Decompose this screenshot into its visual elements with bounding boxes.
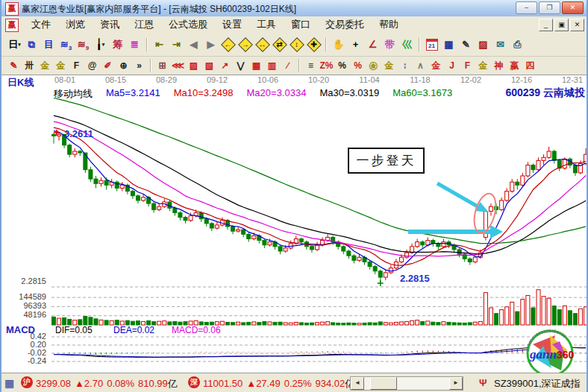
shenzhen-market-icon: 深 <box>188 376 200 388</box>
wave-ab-icon[interactable]: ∧ <box>413 59 428 73</box>
sh-index: 3299.08 <box>36 378 71 389</box>
first-page-icon[interactable]: ⇤ <box>151 37 167 52</box>
save-icon[interactable]: ▨ <box>475 37 491 52</box>
scroll-right-button[interactable]: ► <box>449 377 463 390</box>
column-grid-icon[interactable]: ▥ <box>265 59 279 73</box>
application-window: 赢 赢家江恩专业版[赢家内部服务平台] - [云南城投 SH600239-102… <box>0 0 588 392</box>
indicator-overlay-icon[interactable]: ⧉ <box>24 37 40 52</box>
volume-profile-icon[interactable]: ≣ <box>127 37 143 52</box>
expand-all-icon[interactable]: ✚ <box>306 37 322 52</box>
menu-item-8[interactable]: 交易委托 <box>318 16 372 33</box>
zoom-out-h-icon[interactable]: ↔ <box>254 37 270 52</box>
sz-pct: 0.25% <box>284 378 312 389</box>
menu-item-9[interactable]: 帮助 <box>372 16 406 33</box>
si-angle-icon[interactable]: 四 <box>523 59 537 73</box>
menu-item-2[interactable]: 资讯 <box>93 16 127 33</box>
sh-amount-unit: 亿 <box>168 378 178 389</box>
wave-9-icon[interactable]: ≋9 <box>75 37 91 52</box>
shenzhen-index-quote: 11001.50▲27.490.25%934.02亿 <box>203 377 354 391</box>
gold-angle-icon[interactable]: 金 <box>429 59 443 73</box>
menu-items: 文件浏览资讯江恩公式选股设置工具窗口交易委托帮助 <box>24 16 406 33</box>
gann-box-fan-icon[interactable]: ▨ <box>187 59 201 73</box>
quote-table-icon[interactable]: ▦ <box>4 377 14 389</box>
next-bar-icon[interactable]: ▶ <box>203 37 219 52</box>
shift-left-icon[interactable]: ← <box>220 37 236 52</box>
menu-item-7[interactable]: 窗口 <box>284 16 318 33</box>
calculator-icon[interactable]: ▦ <box>441 37 457 52</box>
menu-item-5[interactable]: 设置 <box>215 16 249 33</box>
menu-logo-icon: 赢 <box>5 19 19 32</box>
pen-measure-icon[interactable]: ✐ <box>101 59 115 73</box>
candle-marker-icon[interactable]: ↕ <box>398 59 412 73</box>
percent-zone-icon[interactable]: Z% <box>319 59 334 73</box>
shanghai-index-quote: 3299.08▲2.700.08%810.99亿 <box>36 377 178 391</box>
toolbar-gann-tools: ✎卅金金F@✐⊕»⊞⋘▨▧↗⋁▦▥∕≡Z%%%㊎金↕∧金JF金神嬴四 <box>1 57 587 75</box>
info-panel-icon[interactable]: 目 <box>41 37 57 52</box>
current-index-label[interactable]: SZ399001,深证成指 <box>494 377 581 391</box>
menu-item-6[interactable]: 工具 <box>249 16 284 33</box>
scrollbar-thumb[interactable] <box>370 377 397 390</box>
window-title: 赢家江恩专业版[赢家内部服务平台] - [云南城投 SH600239-102日K… <box>22 3 296 16</box>
price-ladder-icon[interactable]: ≡ <box>304 59 318 73</box>
ruler-bars-icon[interactable]: 卅 <box>22 59 37 73</box>
box-ruler-icon[interactable]: ⊞ <box>155 59 169 73</box>
window-maximize-button[interactable]: ❐ <box>539 1 560 14</box>
gann-box-rays-icon[interactable]: ▧ <box>202 59 216 73</box>
spiral-icon[interactable]: @ <box>85 59 99 73</box>
menu-item-3[interactable]: 江恩 <box>127 16 161 33</box>
menu-item-0[interactable]: 文件 <box>24 16 58 33</box>
ying-angle-icon[interactable]: 嬴 <box>507 59 522 73</box>
percent-icon[interactable]: % <box>335 59 349 73</box>
compress-v-icon[interactable]: ↕ <box>289 37 304 52</box>
sh-pct: 0.08% <box>107 378 134 389</box>
menu-item-1[interactable]: 浏览 <box>58 16 93 33</box>
angle-measure-icon[interactable]: ∠ <box>365 37 381 52</box>
gold-lines-icon[interactable]: 金 <box>382 59 396 73</box>
scroll-left-button[interactable]: ◄ <box>351 377 364 390</box>
ray-arrow-icon[interactable]: ↗ <box>218 59 232 73</box>
sz-amount: 934.02 <box>316 378 345 389</box>
pan-hand-icon[interactable]: ✋ <box>331 37 346 52</box>
fibonacci-grid-icon[interactable]: F <box>69 59 84 73</box>
chart-region[interactable] <box>1 75 587 373</box>
horizontal-scrollbar[interactable]: ◄ ► <box>350 376 463 391</box>
memo-icon[interactable]: ✎ <box>458 37 474 52</box>
gann-grid-gold-icon[interactable]: 金 <box>38 59 52 73</box>
shen-angle-icon[interactable]: 神 <box>492 59 506 73</box>
v-lines-icon[interactable]: ⋁ <box>234 59 248 73</box>
gann-box-gold-icon[interactable]: 金 <box>54 59 68 73</box>
gann-fan-icon[interactable]: ⋘ <box>171 59 185 73</box>
toolbar-separator <box>419 38 420 51</box>
brush-icon[interactable]: ✎ <box>7 59 21 73</box>
mdi-minimize-button[interactable]: _ <box>539 19 553 31</box>
chip-distribution-icon[interactable]: 筹 <box>110 37 125 52</box>
more-tools-icon[interactable]: » <box>132 59 146 73</box>
mail-icon[interactable]: ✉ <box>492 37 508 52</box>
gold-angle2-icon[interactable]: 金 <box>476 59 490 73</box>
print-icon[interactable]: ⎙ <box>510 37 525 52</box>
wave-paint-icon[interactable]: 巛 <box>399 37 415 52</box>
kline-period-icon[interactable]: 日▾ <box>7 37 22 52</box>
mdi-close-button[interactable]: ✕ <box>570 19 584 31</box>
zoom-in-h-icon[interactable]: ⇄ <box>272 37 287 52</box>
candle-style-icon[interactable]: ╽▾ <box>93 37 108 52</box>
j-angle-icon[interactable]: J <box>445 59 459 73</box>
f-angle-icon[interactable]: F <box>460 59 475 73</box>
prev-bar-icon[interactable]: ◀ <box>186 37 201 52</box>
last-page-icon[interactable]: ⇥ <box>169 37 184 52</box>
gann-band-icon[interactable]: 带 <box>382 37 398 52</box>
sh-amount: 810.99 <box>138 378 168 389</box>
window-close-button[interactable]: ✕ <box>562 1 584 14</box>
crosshair-icon[interactable]: + <box>348 37 363 52</box>
calendar-icon[interactable]: 21 <box>424 37 440 52</box>
percent-lines-icon[interactable]: % <box>351 59 365 73</box>
shift-right-icon[interactable]: → <box>237 37 253 52</box>
slash-lines-icon[interactable]: ∕ <box>281 59 295 73</box>
menu-item-4[interactable]: 公式选股 <box>161 16 215 33</box>
cycle-circle-icon[interactable]: ⊕ <box>116 59 131 73</box>
wave-3-icon[interactable]: ≋3 <box>58 37 74 52</box>
dense-grid-icon[interactable]: ▦ <box>249 59 263 73</box>
gold-circle-icon[interactable]: ㊎ <box>366 59 381 73</box>
mdi-restore-button[interactable]: ▣ <box>554 19 569 31</box>
window-minimize-button[interactable]: – <box>516 1 537 14</box>
